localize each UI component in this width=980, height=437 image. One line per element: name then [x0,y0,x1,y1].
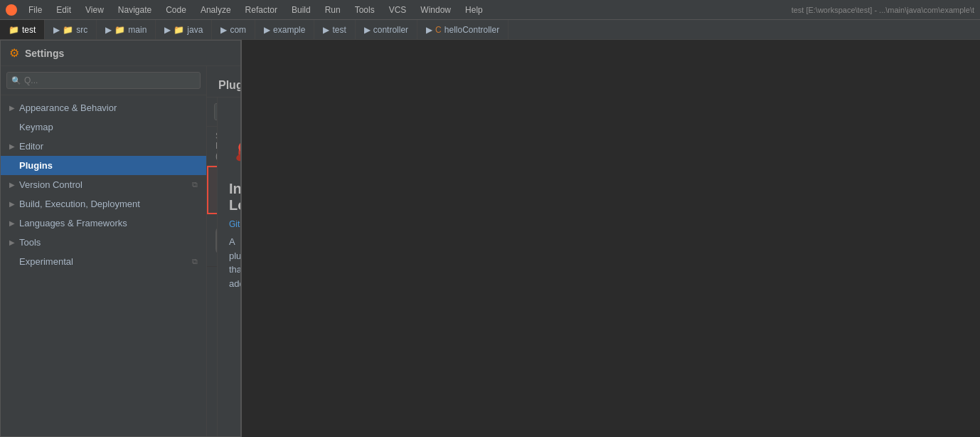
folder-icon: 📁 [114,25,125,35]
settings-header: ⚙ Settings [1,41,240,66]
plugin-search-bar: 🔍 ✕ [207,98,218,127]
nav-item-label: Tools [19,237,41,248]
menu-analyze[interactable]: Analyze [198,4,234,16]
settings-body: 🔍 ▶ Appearance & Behavior Keymap [1,66,240,436]
search-icon: 🔍 [11,76,21,85]
breadcrumb-sep: ▶ [264,25,270,35]
settings-dialog: ⚙ Settings 🔍 ▶ [0,40,241,437]
nav-item-label: Experimental [9,256,73,267]
plugins-header: Plugins Marketplace Installed [207,66,240,98]
settings-search-input[interactable] [6,72,201,89]
copy-icon: ⧉ [192,180,198,189]
nav-item-editor[interactable]: ▶ Editor [1,137,206,156]
tab-hellocontroller[interactable]: ▶ C helloController [417,20,508,39]
nav-item-label: Editor [19,141,43,152]
breadcrumb-sep: ▶ [164,25,171,35]
menu-build[interactable]: Build [289,4,314,16]
nav-arrow-icon: ▶ [9,142,15,150]
nav-item-label: Appearance & Behavior [19,102,117,113]
menu-help[interactable]: Help [462,4,486,16]
nav-item-plugins[interactable]: Plugins [1,156,206,175]
settings-right-panel: Plugins Marketplace Installed [207,66,240,436]
tab-main[interactable]: ▶ 📁 main [97,20,156,39]
folder-icon: 📁 [9,25,19,35]
breadcrumb-sep: ▶ [105,25,112,35]
settings-search: 🔍 [1,66,206,95]
nav-item-appearance[interactable]: ▶ Appearance & Behavior [1,98,206,117]
settings-nav: ▶ Appearance & Behavior Keymap ▶ Editor [1,95,206,436]
breadcrumb-sep: ▶ [220,25,227,35]
breadcrumb-sep: ▶ [53,25,60,35]
plugins-list-area: 🔍 ✕ Search Results (2) Sort By: Re [207,98,218,436]
app-logo [6,4,17,16]
nav-arrow-icon: ▶ [9,219,15,227]
svg-point-6 [235,135,240,168]
project-panel: Project ▾ ▾ 📁 test E:\workspace\test ▶ 📁… [0,40,242,437]
tab-test2[interactable]: ▶ test [314,20,355,39]
menu-view[interactable]: View [82,4,107,16]
nav-arrow-icon: ▶ [9,104,15,112]
menu-refactor[interactable]: Refactor [243,4,280,16]
tab-controller[interactable]: ▶ controller [356,20,417,39]
folder-icon: 📁 [63,25,73,35]
settings-overlay: ⚙ Settings 🔍 ▶ [0,40,241,437]
window-title: test [E:\workspace\test] - ...\main\java… [792,6,974,14]
nav-arrow-icon: ▶ [9,200,15,208]
tab-test[interactable]: 📁 test [0,20,45,39]
nav-item-languages[interactable]: ▶ Languages & Frameworks [1,214,206,233]
nav-item-tools[interactable]: ▶ Tools [1,233,206,252]
menu-window[interactable]: Window [417,4,454,16]
breadcrumb-sep: ▶ [323,25,329,35]
plugin-icon-json2pojo: J [215,226,217,255]
main-area: Project ▾ ▾ 📁 test E:\workspace\test ▶ 📁… [0,40,980,437]
nav-item-label: Keymap [9,122,53,132]
plugin-detail-panel: ↓ IntelliJ Lom GitHub | Issues | [218,98,240,436]
settings-left-panel: 🔍 ▶ Appearance & Behavior Keymap [1,66,207,436]
plugin-list: Lombok ↓ 12.1M ★ 4.2 Michail [207,166,217,436]
folder-icon: 📁 [174,25,184,35]
menu-file[interactable]: File [26,4,45,16]
menu-bar: File Edit View Navigate Code Analyze Ref… [0,0,980,20]
settings-logo-icon: ⚙ [9,46,19,60]
nav-arrow-icon: ▶ [9,181,15,189]
nav-item-label: Plugins [9,160,53,171]
java-icon: C [435,25,442,35]
nav-item-label: Languages & Frameworks [19,218,127,228]
menu-vcs[interactable]: VCS [386,4,410,16]
tab-java[interactable]: ▶ 📁 java [156,20,212,39]
plugins-title: Plugins [218,79,240,92]
tab-example[interactable]: ▶ example [255,20,314,39]
menu-tools[interactable]: Tools [352,4,378,16]
breadcrumb-sep: ▶ [364,25,371,35]
nav-arrow-icon: ▶ [9,238,15,246]
nav-item-build[interactable]: ▶ Build, Execution, Deployment [1,194,206,214]
nav-item-label: Build, Execution, Deployment [19,199,140,209]
copy-icon: ⧉ [192,257,198,266]
plugin-detail-icon [229,109,240,173]
github-link[interactable]: GitHub [229,219,240,229]
menu-run[interactable]: Run [322,4,343,16]
nav-item-experimental[interactable]: Experimental ⧉ [1,252,206,271]
nav-item-label: Version Control [19,179,82,190]
nav-item-keymap[interactable]: Keymap [1,117,206,137]
menu-edit[interactable]: Edit [53,4,74,16]
tab-src[interactable]: ▶ 📁 src [45,20,97,39]
settings-title: Settings [25,48,64,59]
plugins-panel: Plugins Marketplace Installed [207,66,240,436]
plugin-item-lombok[interactable]: Lombok ↓ 12.1M ★ 4.2 Michail [207,166,217,214]
menu-code[interactable]: Code [163,4,189,16]
breadcrumb-sep: ▶ [426,25,432,35]
menu-navigate[interactable]: Navigate [115,4,154,16]
plugin-results-header: Search Results (2) Sort By: Relevance ▾ [207,127,218,166]
plugins-content: 🔍 ✕ Search Results (2) Sort By: Re [207,98,240,436]
tab-bar: 📁 test ▶ 📁 src ▶ 📁 main ▶ 📁 java ▶ com ▶… [0,20,980,40]
nav-item-version-control[interactable]: ▶ Version Control ⧉ [1,175,206,194]
plugin-item-json2pojo[interactable]: J Json2Pojo with Lombok ↓ 44 [207,214,217,267]
tab-com[interactable]: ▶ com [212,20,255,39]
